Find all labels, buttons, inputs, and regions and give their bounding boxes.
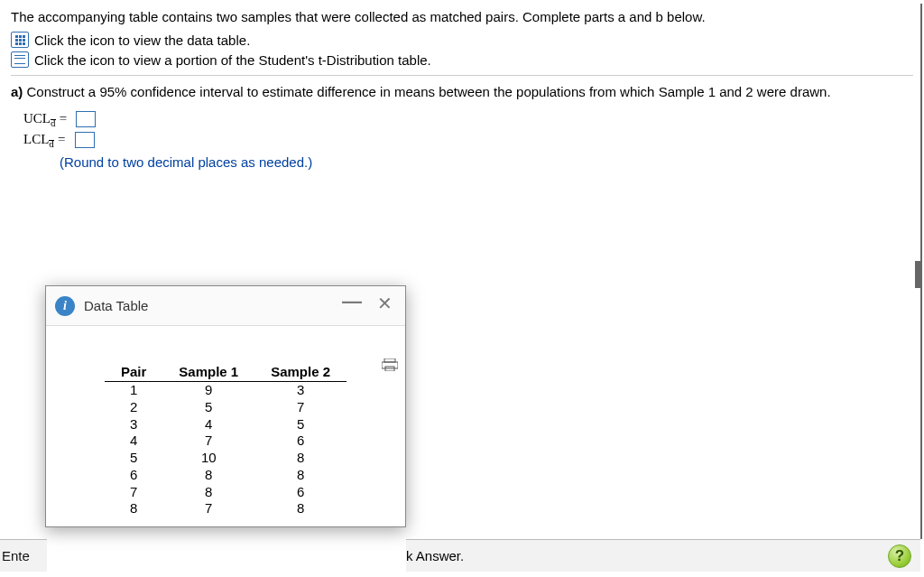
print-icon[interactable] [382, 358, 398, 371]
part-a-label: a) [11, 84, 27, 99]
scrollbar-thumb[interactable] [915, 261, 920, 288]
col-pair: Pair [105, 362, 162, 382]
table-row: 345 [105, 416, 346, 433]
view-data-table-link[interactable]: Click the icon to view the data table. [34, 33, 250, 48]
lcl-input[interactable] [75, 132, 95, 148]
rounding-note: (Round to two decimal places as needed.) [60, 154, 913, 170]
col-sample1: Sample 1 [162, 362, 254, 382]
scrollbar-track[interactable] [920, 4, 922, 539]
table-row: 688 [105, 467, 346, 484]
table-row: 5108 [105, 450, 346, 467]
view-t-table-link[interactable]: Click the icon to view a portion of the … [34, 52, 431, 68]
table-row: 878 [105, 500, 346, 517]
lcl-line: LCLd = [23, 131, 913, 149]
document-icon[interactable] [11, 51, 29, 68]
bottom-bar-right: k Answer. ? [406, 539, 920, 572]
bottom-bar-left: Ente [0, 539, 47, 572]
intro-text: The accompanying table contains two samp… [11, 9, 913, 24]
table-row: 193 [105, 382, 346, 399]
ucl-input[interactable] [76, 111, 96, 127]
divider [11, 75, 913, 76]
svg-rect-1 [382, 362, 398, 368]
table-row: 257 [105, 399, 346, 416]
table-icon[interactable] [11, 32, 29, 48]
answer-fragment: k Answer. [406, 548, 464, 563]
table-row: 786 [105, 484, 346, 501]
data-table: Pair Sample 1 Sample 2 19325734547651086… [105, 362, 346, 517]
part-a-prompt: a) Construct a 95% confidence interval t… [11, 83, 913, 101]
ucl-line: UCLd = [23, 110, 913, 128]
ucl-label: UCL [23, 111, 51, 126]
help-button[interactable]: ? [888, 544, 911, 568]
minimize-icon[interactable]: — [342, 295, 362, 308]
lcl-label: LCL [23, 132, 49, 146]
close-icon[interactable]: ✕ [377, 295, 393, 312]
info-icon: i [55, 296, 75, 316]
modal-title: Data Table [84, 298, 148, 313]
svg-rect-0 [384, 358, 395, 362]
col-sample2: Sample 2 [254, 362, 346, 382]
data-table-modal: i Data Table — ✕ Pair Sample 1 Sample 2 … [45, 285, 406, 527]
table-row: 476 [105, 433, 346, 450]
